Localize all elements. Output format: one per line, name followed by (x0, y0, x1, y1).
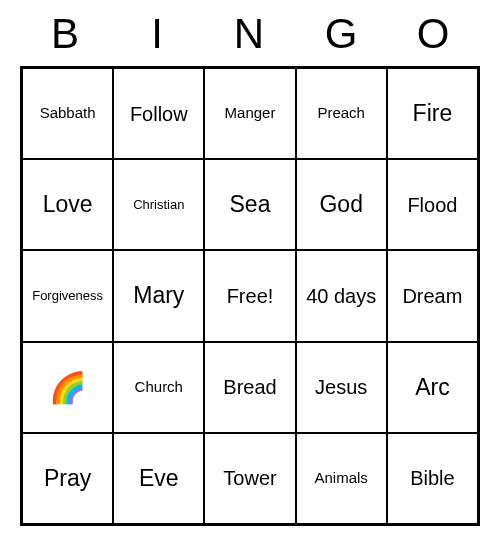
bingo-cell[interactable]: Church (113, 342, 204, 433)
bingo-cell[interactable]: Mary (113, 250, 204, 341)
bingo-cell[interactable]: Christian (113, 159, 204, 250)
bingo-cell[interactable]: Arc (387, 342, 478, 433)
header-letter-b: B (20, 10, 112, 58)
bingo-cell[interactable]: Forgiveness (22, 250, 113, 341)
bingo-cell[interactable]: 🌈 (22, 342, 113, 433)
bingo-cell[interactable]: Fire (387, 68, 478, 159)
header-letter-o: O (388, 10, 480, 58)
bingo-grid: Sabbath Follow Manger Preach Fire Love C… (20, 66, 480, 526)
bingo-cell[interactable]: Dream (387, 250, 478, 341)
bingo-cell[interactable]: Bible (387, 433, 478, 524)
bingo-cell[interactable]: Follow (113, 68, 204, 159)
bingo-cell[interactable]: God (296, 159, 387, 250)
bingo-cell[interactable]: Jesus (296, 342, 387, 433)
header-letter-i: I (112, 10, 204, 58)
bingo-cell[interactable]: Bread (204, 342, 295, 433)
bingo-cell[interactable]: Sea (204, 159, 295, 250)
bingo-cell[interactable]: Animals (296, 433, 387, 524)
bingo-free-cell[interactable]: Free! (204, 250, 295, 341)
bingo-cell[interactable]: Flood (387, 159, 478, 250)
bingo-cell[interactable]: Tower (204, 433, 295, 524)
bingo-header: B I N G O (20, 10, 480, 58)
rainbow-icon: 🌈 (49, 371, 86, 404)
bingo-cell[interactable]: Love (22, 159, 113, 250)
bingo-cell[interactable]: Sabbath (22, 68, 113, 159)
bingo-cell[interactable]: Preach (296, 68, 387, 159)
header-letter-n: N (204, 10, 296, 58)
bingo-cell[interactable]: Pray (22, 433, 113, 524)
bingo-cell[interactable]: 40 days (296, 250, 387, 341)
bingo-cell[interactable]: Manger (204, 68, 295, 159)
header-letter-g: G (296, 10, 388, 58)
bingo-cell[interactable]: Eve (113, 433, 204, 524)
